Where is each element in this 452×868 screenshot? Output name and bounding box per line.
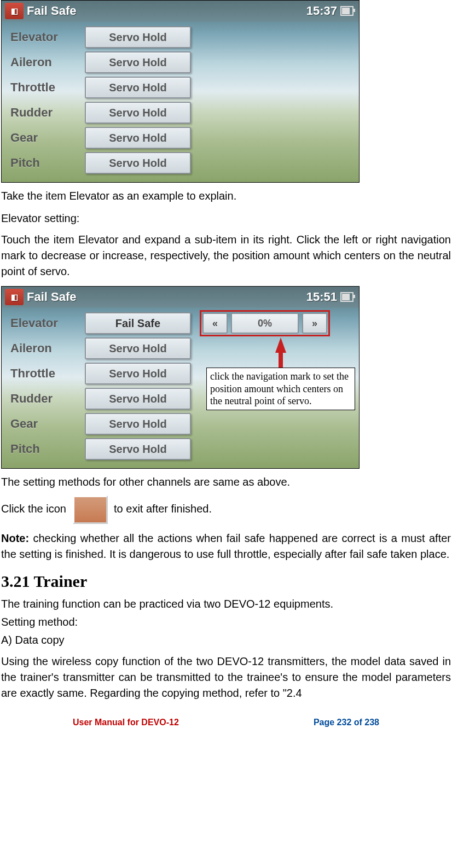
- screen-title: Fail Safe: [27, 290, 76, 304]
- text-segment: to exit after finished.: [114, 503, 212, 515]
- note-text: checking whether all the actions when fa…: [1, 532, 451, 560]
- footer-manual-title: User Manual for DEVO-12: [73, 718, 179, 727]
- channel-row: Rudder Servo Hold: [10, 100, 350, 125]
- device-titlebar: ◧ Fail Safe 15:37: [2, 1, 359, 21]
- battery-icon: [340, 292, 354, 302]
- footer-page-number: Page 232 of 238: [314, 718, 379, 727]
- paragraph: Take the item Elevator as an example to …: [1, 188, 451, 204]
- servo-hold-button[interactable]: Servo Hold: [85, 413, 191, 435]
- paragraph: The setting methods for other channels a…: [1, 474, 451, 490]
- paragraph: Elevator setting:: [1, 211, 451, 226]
- channel-row: Throttle Servo Hold: [10, 75, 350, 100]
- paragraph: Touch the item Elevator and expand a sub…: [1, 232, 451, 279]
- home-icon[interactable]: ◧: [5, 3, 24, 19]
- paragraph: A) Data copy: [1, 632, 451, 648]
- screenshot-failsafe-2: ◧ Fail Safe 15:51 Elevator Fail Safe « 0…: [1, 286, 360, 469]
- servo-hold-button[interactable]: Servo Hold: [85, 152, 191, 174]
- servo-hold-button[interactable]: Servo Hold: [85, 337, 191, 359]
- channel-list: Elevator Servo Hold Aileron Servo Hold T…: [2, 21, 359, 182]
- channel-label: Rudder: [10, 392, 76, 406]
- battery-icon: [340, 6, 354, 16]
- exit-icon: [73, 496, 108, 524]
- paragraph: The training function can be practiced v…: [1, 596, 451, 612]
- note-label: Note:: [1, 532, 29, 544]
- channel-label: Pitch: [10, 156, 76, 170]
- servo-hold-button[interactable]: Servo Hold: [85, 388, 191, 410]
- servo-hold-button[interactable]: Servo Hold: [85, 102, 191, 124]
- screenshot-failsafe-1: ◧ Fail Safe 15:37 Elevator Servo Hold Ai…: [1, 0, 360, 183]
- channel-row: Elevator Servo Hold: [10, 25, 350, 50]
- device-titlebar: ◧ Fail Safe 15:51: [2, 287, 359, 307]
- clock-text: 15:51: [306, 290, 337, 304]
- channel-row: Pitch Servo Hold: [10, 150, 350, 176]
- channel-label: Elevator: [10, 316, 76, 330]
- channel-label: Gear: [10, 131, 76, 145]
- nav-left-button[interactable]: «: [202, 313, 228, 334]
- channel-label: Gear: [10, 417, 76, 431]
- section-heading: 3.21 Trainer: [1, 572, 451, 591]
- channel-row: Elevator Fail Safe « 0% »: [10, 311, 350, 336]
- channel-label: Elevator: [10, 30, 76, 44]
- annotation-arrow-icon: [275, 337, 286, 353]
- home-icon[interactable]: ◧: [5, 289, 24, 305]
- channel-label: Pitch: [10, 442, 76, 456]
- page-footer: User Manual for DEVO-12 Page 232 of 238: [73, 718, 379, 727]
- channel-row: Gear Servo Hold: [10, 125, 350, 150]
- note-paragraph: Note: checking whether all the actions w…: [1, 531, 451, 562]
- channel-label: Aileron: [10, 341, 76, 356]
- servo-hold-button[interactable]: Servo Hold: [85, 77, 191, 98]
- servo-hold-button[interactable]: Servo Hold: [85, 363, 191, 385]
- text-segment: Click the icon: [1, 503, 66, 515]
- channel-row: Gear Servo Hold: [10, 411, 350, 436]
- paragraph-exit-icon: Click the icon to exit after finished.: [1, 496, 451, 524]
- nav-right-button[interactable]: »: [302, 313, 327, 334]
- channel-row: Aileron Servo Hold: [10, 50, 350, 75]
- channel-label: Rudder: [10, 106, 76, 120]
- servo-hold-button[interactable]: Servo Hold: [85, 51, 191, 73]
- channel-label: Aileron: [10, 55, 76, 69]
- failsafe-button[interactable]: Fail Safe: [85, 312, 191, 334]
- paragraph: Setting method:: [1, 614, 451, 630]
- annotation-callout: click the navigation mark to set the pos…: [206, 368, 355, 410]
- channel-row: Aileron Servo Hold: [10, 336, 350, 361]
- servo-hold-button[interactable]: Servo Hold: [85, 127, 191, 149]
- channel-label: Throttle: [10, 80, 76, 95]
- position-value: 0%: [231, 313, 299, 334]
- clock-text: 15:37: [306, 4, 337, 18]
- servo-hold-button[interactable]: Servo Hold: [85, 438, 191, 460]
- channel-label: Throttle: [10, 366, 76, 381]
- position-spinner: « 0% »: [200, 310, 330, 336]
- paragraph: Using the wireless copy function of the …: [1, 654, 451, 701]
- servo-hold-button[interactable]: Servo Hold: [85, 26, 191, 48]
- screen-title: Fail Safe: [27, 4, 76, 18]
- channel-row: Pitch Servo Hold: [10, 436, 350, 462]
